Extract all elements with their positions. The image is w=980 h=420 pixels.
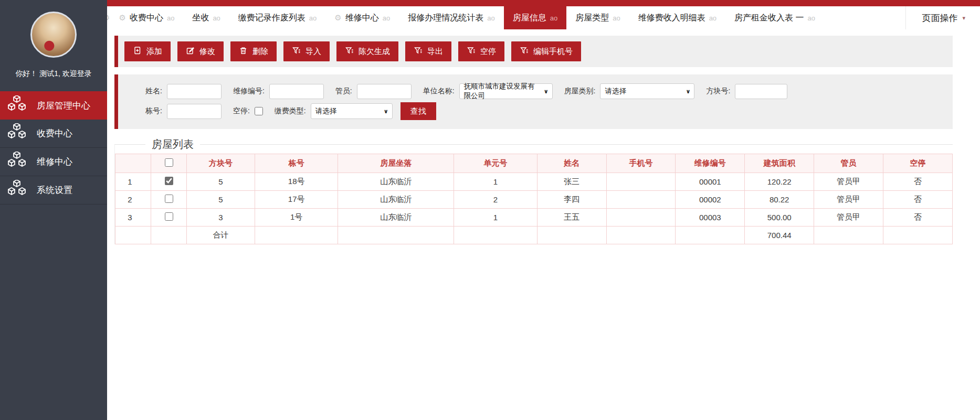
column-header: 栋号 [255,154,338,173]
filter-icon [292,46,301,57]
tab-label: 坐收 [192,13,209,24]
table-cell: 00001 [676,173,745,191]
fee-type-selected-value: 请选择 [315,106,337,116]
tab-label: 维修费收入明细表 [638,13,705,24]
table-cell: 80.22 [745,191,814,209]
row-number: 1 [115,173,151,191]
manager-input[interactable] [357,84,412,99]
house-type-label: 房屋类别: [564,87,596,96]
sidebar-item-label: 系统设置 [37,184,72,196]
table-row[interactable]: 331号山东临沂1王五00003500.00管员甲否 [115,209,953,227]
column-header: 姓名 [537,154,606,173]
column-header: 空停 [883,154,953,173]
table-cell: 山东临沂 [338,209,454,227]
row-checkbox[interactable] [165,212,173,221]
totals-label-cell: 合计 [187,227,255,244]
table-cell [606,173,676,191]
tab-0[interactable]: ⚙收费中心ao [110,6,183,29]
toolbar-button-7[interactable]: 编辑手机号 [511,41,581,61]
tab-label: 报修办理情况统计表 [408,13,483,24]
filter-icon [467,46,476,57]
chevron-down-icon: ∨ [544,88,549,95]
tab-8[interactable]: 房产租金收入表 一ao [725,6,824,29]
table-row[interactable]: 2517号山东临沂2李四0000280.22管员甲否 [115,191,953,209]
table-cell: 18号 [255,173,338,191]
name-label: 姓名: [145,87,162,96]
fee-type-select[interactable]: 请选择 ∨ [311,103,393,119]
rownum-header [115,154,151,173]
table-cell: 管员甲 [814,209,883,227]
search-button[interactable]: 查找 [401,102,436,120]
table-cell: 李四 [537,191,606,209]
tab-label: 房屋信息 [513,13,546,24]
tab-4[interactable]: 报修办理情况统计表ao [399,6,503,29]
tab-5[interactable]: 房屋信息ao [504,6,566,29]
toolbar-button-4[interactable]: 陈欠生成 [336,41,398,61]
tab-close-icon[interactable]: ao [613,14,620,22]
sidebar-item-3[interactable]: 系统设置 [0,176,107,204]
table-cell: 1号 [255,209,338,227]
table-cell: 1 [454,173,537,191]
table-cell: 00002 [676,191,745,209]
toolbar: 添加修改删除导入陈欠生成导出空停编辑手机号 [114,36,953,67]
row-checkbox[interactable] [165,177,173,185]
sidebar-item-1[interactable]: 收费中心 [0,120,107,148]
sidebar-item-2[interactable]: 维修中心 [0,148,107,176]
toolbar-button-3[interactable]: 导入 [283,41,330,61]
house-type-select[interactable]: 请选择 ∨ [600,83,694,99]
table-cell: 5 [187,191,255,209]
tab-close-icon[interactable]: ao [213,14,220,22]
vacant-checkbox[interactable] [255,107,263,115]
table-cell: 否 [883,191,953,209]
unit-name-select[interactable]: 抚顺市城市建设发展有限公司 ∨ [459,83,553,99]
name-input[interactable] [167,84,222,99]
tab-6[interactable]: 房屋类型ao [566,6,629,29]
table-cell [606,191,676,209]
table-cell: 王五 [537,209,606,227]
toolbar-button-label: 编辑手机号 [533,47,573,57]
house-list-legend: 房屋列表 [145,137,200,152]
search-form: 姓名: 维修编号: 管员: 单位名称: 抚顺市城市建设发展有限公司 ∨ 房屋类别… [114,74,953,129]
page-operations-menu[interactable]: 页面操作 ▾ [905,6,980,29]
filter-icon [414,46,423,57]
building-no-label: 栋号: [145,106,162,116]
toolbar-button-0[interactable]: 添加 [124,41,171,61]
tab-close-icon[interactable]: ao [808,14,815,22]
tab-close-icon[interactable]: ao [487,14,494,22]
toolbar-button-label: 导出 [427,47,443,57]
toolbar-button-2[interactable]: 删除 [230,41,277,61]
tab-7[interactable]: 维修费收入明细表ao [629,6,725,29]
tab-1[interactable]: 坐收ao [183,6,229,29]
toolbar-button-6[interactable]: 空停 [458,41,504,61]
tab-close-icon[interactable]: ao [309,14,317,22]
select-all-checkbox[interactable] [165,158,173,167]
row-checkbox[interactable] [165,195,173,203]
building-no-input[interactable] [167,104,222,119]
edit-icon [186,46,195,57]
toolbar-button-5[interactable]: 导出 [405,41,451,61]
totals-empty-cell [814,227,883,244]
tab-close-icon[interactable]: ao [550,14,557,22]
totals-empty-cell [676,227,745,244]
sidebar: 你好！ 测试1, 欢迎登录 房屋管理中心收费中心维修中心系统设置 [0,0,107,420]
tab-close-icon[interactable]: ao [167,14,174,22]
totals-area-cell: 700.44 [745,227,814,244]
totals-empty-cell [115,227,151,244]
tab-close-icon[interactable]: ao [709,14,716,22]
tab-2[interactable]: 缴费记录作废列表ao [229,6,325,29]
table-cell [606,209,676,227]
tab-3[interactable]: ⚙维修中心ao [325,6,399,29]
sidebar-item-0[interactable]: 房屋管理中心 [0,91,107,120]
toolbar-button-1[interactable]: 修改 [177,41,224,61]
table-row[interactable]: 1518号山东临沂1张三00001120.22管员甲否 [115,173,953,191]
repair-no-input[interactable] [269,84,324,99]
toolbar-button-label: 删除 [252,47,268,57]
sidebar-item-label: 房屋管理中心 [37,100,90,112]
cube-stack-icon [8,180,29,200]
gear-icon: ⚙ [334,13,341,23]
block-no-input[interactable] [735,84,787,99]
tab-close-icon[interactable]: ao [383,14,390,22]
column-header: 房屋坐落 [338,154,454,173]
totals-empty-cell [883,227,953,244]
table-cell: 00003 [676,209,745,227]
